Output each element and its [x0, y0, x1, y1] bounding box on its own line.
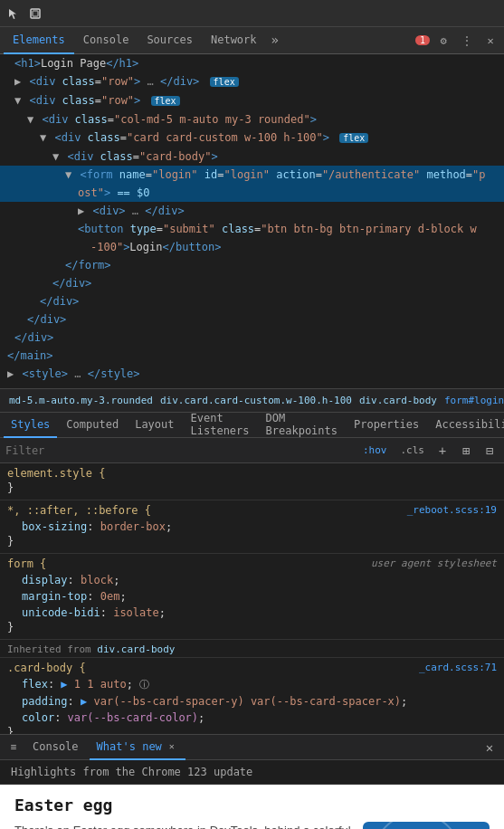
box-model-icon[interactable]	[25, 4, 45, 24]
tab-sources[interactable]: Sources	[138, 27, 202, 54]
elem-line-form1[interactable]: ▼ <form name="login" id="login" action="…	[0, 166, 504, 184]
tab-elements[interactable]: Elements	[4, 27, 74, 54]
css-prop-display: display: block;	[7, 572, 497, 588]
css-selector-cardbody[interactable]: .card-body { _card.scss:71	[7, 662, 497, 674]
article-thumbnail	[363, 822, 490, 829]
css-close-brace: }	[7, 481, 497, 494]
error-badge: 1	[415, 35, 430, 45]
css-close-brace4: }	[7, 726, 497, 735]
sub-tab-computed[interactable]: Computed	[59, 413, 126, 438]
breadcrumb-item-1[interactable]: md-5.m-auto.my-3.rounded	[5, 395, 157, 406]
css-selector-element: element.style {	[7, 467, 497, 480]
css-prop-margintop: margin-top: 0em;	[7, 588, 497, 605]
elem-line-button1[interactable]: <button type="submit" class="btn btn-bg …	[0, 220, 504, 238]
sub-tab-styles[interactable]: Styles	[4, 413, 57, 438]
css-selector-reset[interactable]: *, ::after, ::before { _reboot.scss:19	[7, 504, 497, 517]
cls-button[interactable]: .cls	[397, 443, 429, 457]
elem-line-style[interactable]: ▶ <style> … </style>	[0, 365, 504, 383]
sub-tab-event-listeners[interactable]: Event Listeners	[184, 413, 257, 438]
css-rule-form: form { user agent stylesheet display: bl…	[0, 554, 504, 640]
breadcrumb-bar: md-5.m-auto.my-3.rounded div.card.card-c…	[0, 389, 504, 413]
sub-tab-layout[interactable]: Layout	[128, 413, 181, 438]
article-title: Easter egg	[14, 796, 490, 815]
ellipsis-icon[interactable]: ⋮	[457, 31, 477, 51]
close-whatsnew-tab[interactable]: ✕	[166, 740, 178, 753]
elem-line-div-close4[interactable]: </div>	[0, 274, 504, 292]
highlights-text: Highlights from the Chrome 123 update	[11, 766, 252, 778]
elem-line-main-close[interactable]: </main>	[0, 347, 504, 365]
css-prop-unicodebidi: unicode-bidi: isolate;	[7, 605, 497, 621]
console-tab-whatsnew[interactable]: What's new ✕	[90, 735, 185, 760]
elem-line-div-close3[interactable]: </div>	[0, 292, 504, 310]
article-text: There's an Easter egg somewhere in DevTo…	[14, 822, 352, 829]
breadcrumb-item-4[interactable]: form#login	[441, 395, 504, 406]
styles-sub-tabs: Styles Computed Layout Event Listeners D…	[0, 413, 504, 438]
layout-style-icon[interactable]: ⊟	[480, 442, 499, 460]
console-hamburger-icon[interactable]: ≡	[5, 739, 22, 756]
css-prop-boxsizing: box-sizing: border-box;	[7, 519, 497, 535]
elem-line-row1[interactable]: ▶ <div class="row"> … </div> flex	[0, 72, 504, 91]
css-selector-form[interactable]: form { user agent stylesheet	[7, 557, 497, 570]
elements-panel: <h1>Login Page</h1> ▶ <div class="row"> …	[0, 54, 504, 389]
close-devtools-icon[interactable]: ✕	[480, 31, 500, 51]
elem-line-card[interactable]: ▼ <div class="card card-custom w-100 h-1…	[0, 129, 504, 148]
whats-new-content: Easter egg There's an Easter egg somewhe…	[0, 785, 504, 829]
css-close-brace2: }	[7, 535, 497, 548]
tab-end-icons: 1 ⚙ ⋮ ✕	[412, 31, 500, 51]
filter-input[interactable]	[5, 444, 353, 457]
elem-line-div-close2[interactable]: </div>	[0, 310, 504, 329]
breadcrumb-item-3[interactable]: div.card-body	[356, 395, 441, 406]
filter-bar: :hov .cls + ⊞ ⊟	[0, 438, 504, 463]
article-row: There's an Easter egg somewhere in DevTo…	[14, 822, 490, 829]
tab-console[interactable]: Console	[74, 27, 138, 54]
sub-tab-accessibility[interactable]: Accessibility	[428, 413, 504, 438]
elem-line-row2[interactable]: ▼ <div class="row"> flex	[0, 91, 504, 110]
css-rule-cardbody: .card-body { _card.scss:71 flex: ▶ 1 1 a…	[0, 658, 504, 735]
devtools-main-tabs: Elements Console Sources Network » 1 ⚙ ⋮…	[0, 27, 504, 54]
elem-line-cardbody[interactable]: ▼ <div class="card-body">	[0, 148, 504, 166]
devtools-toolbar	[0, 0, 504, 27]
css-prop-padding: padding: ▶ var(--bs-card-spacer-y) var(-…	[7, 693, 497, 710]
hov-button[interactable]: :hov	[358, 443, 392, 458]
css-prop-color: color: var(--bs-card-color);	[7, 710, 497, 726]
more-tabs-button[interactable]: »	[266, 27, 284, 54]
css-source-useragent: user agent stylesheet	[371, 557, 497, 569]
tab-network[interactable]: Network	[202, 27, 266, 54]
tab-console-label: Console	[83, 33, 129, 46]
highlights-bar: Highlights from the Chrome 123 update	[0, 760, 504, 785]
elem-line-div-close1[interactable]: </div>	[0, 329, 504, 347]
close-all-icon[interactable]: ✕	[480, 738, 499, 757]
css-prop-flex: flex: ▶ 1 1 auto; ⓘ	[7, 676, 497, 693]
sub-tab-properties[interactable]: Properties	[347, 413, 426, 438]
svg-rect-1	[33, 11, 38, 16]
elem-line-div-inner[interactable]: ▶ <div> … </div>	[0, 202, 504, 220]
settings-icon[interactable]: ⚙	[433, 31, 453, 51]
copy-style-icon[interactable]: ⊞	[457, 442, 475, 460]
css-inherited-label: Inherited from div.card-body	[0, 640, 504, 658]
elem-line-button2[interactable]: -100">Login</button>	[0, 238, 504, 256]
article-body: There's an Easter egg somewhere in DevTo…	[14, 822, 352, 829]
css-rule-reset: *, ::after, ::before { _reboot.scss:19 b…	[0, 500, 504, 554]
tab-sources-label: Sources	[147, 33, 193, 46]
add-style-icon[interactable]: +	[433, 442, 452, 460]
styles-panel: element.style { } *, ::after, ::before {…	[0, 463, 504, 735]
css-source-card[interactable]: _card.scss:71	[419, 662, 497, 673]
tab-network-label: Network	[211, 33, 257, 46]
elem-line-form2[interactable]: ost"> == $0	[0, 184, 504, 202]
elem-line-h1[interactable]: <h1>Login Page</h1>	[0, 54, 504, 72]
css-rule-element-style: element.style { }	[0, 463, 504, 500]
elem-line-col[interactable]: ▼ <div class="col-md-5 m-auto my-3 round…	[0, 110, 504, 129]
tab-elements-label: Elements	[13, 33, 65, 46]
sub-tab-dom-breakpoints[interactable]: DOM Breakpoints	[259, 413, 345, 438]
breadcrumb-item-2[interactable]: div.card.card-custom.w-100.h-100	[157, 395, 356, 406]
css-source-reboot[interactable]: _reboot.scss:19	[407, 504, 497, 516]
elem-line-form-close[interactable]: </form>	[0, 256, 504, 274]
cursor-icon[interactable]	[4, 4, 24, 24]
css-close-brace3: }	[7, 621, 497, 634]
deco-circle-1	[372, 822, 462, 829]
console-tab-console[interactable]: Console	[25, 735, 86, 760]
console-tabs-bar: ≡ Console What's new ✕ ✕	[0, 735, 504, 760]
